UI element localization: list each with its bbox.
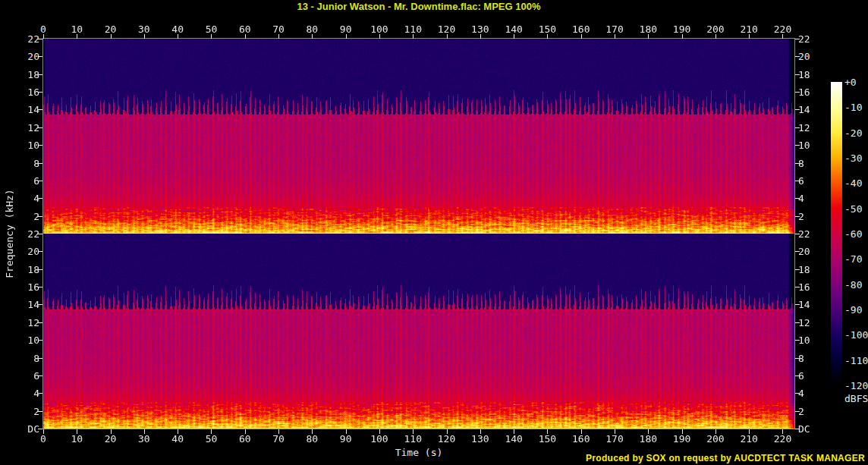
y-tick-mark-right [795,145,800,146]
colorbar-tick-label: -30 [844,153,862,163]
x-tick-mark-top [144,34,145,39]
x-axis-tick-label-bottom: 190 [673,434,690,444]
y-tick-mark-left [38,216,42,217]
y-axis-tick-label-left: 16 [17,282,39,292]
x-tick-mark-top [413,34,414,39]
sox-spectrogram-window: 13 - Junior Watson - Mr. Downtime.flac: … [0,0,868,465]
x-axis-tick-label-bottom: 110 [404,434,421,444]
y-tick-mark-right [795,287,800,287]
y-tick-mark-left [38,429,42,429]
y-tick-mark-left [38,198,42,199]
colorbar-gradient [831,82,842,385]
y-axis-tick-label-right: 14 [798,300,810,309]
x-axis-tick-label-top: 120 [438,24,455,34]
x-axis-tick-label-bottom: 170 [605,434,623,444]
y-tick-mark-right [795,340,800,341]
x-axis-tick-label-bottom: 220 [774,434,791,444]
y-tick-mark-right [795,322,800,323]
y-tick-mark-left [38,340,42,341]
y-tick-mark-left [38,92,42,93]
y-tick-mark-right [795,269,800,270]
y-tick-mark-left [38,269,42,270]
y-tick-mark-right [795,127,800,128]
colorbar-tick-label: -120 [844,381,868,391]
x-axis-tick-label-bottom: 60 [239,434,251,444]
y-tick-mark-right [795,109,800,110]
x-axis-tick-label-top: 90 [340,24,352,34]
colorbar-tick-label: -60 [844,229,862,239]
x-axis-tick-label-bottom: 180 [640,434,657,444]
x-tick-mark-top [111,34,112,39]
y-axis-title: Frequency (kHz) [4,189,15,278]
x-axis-tick-label-bottom: 30 [138,434,150,444]
y-axis-tick-label-left: 10 [17,140,39,150]
x-axis-tick-label-top: 50 [206,24,218,34]
colorbar-tick-label: -100 [844,330,868,340]
colorbar-tick-label: -70 [844,254,862,264]
y-axis-tick-label-right: 18 [798,264,810,274]
y-tick-mark-left [38,287,42,287]
colorbar-tick-label: -50 [844,203,862,213]
y-tick-mark-right [795,181,800,181]
x-axis-tick-label-top: 180 [640,24,657,34]
x-axis-tick-label-top: 170 [605,24,623,34]
x-tick-mark-top [547,34,548,39]
y-axis-tick-label-left: 6 [17,175,39,185]
y-tick-mark-right [795,198,800,199]
colorbar-tick-label: -20 [844,127,862,137]
x-axis-tick-label-bottom: 120 [438,434,455,444]
x-axis-tick-label-bottom: 160 [572,434,590,444]
y-tick-mark-left [38,163,42,164]
x-axis-tick-label-top: 210 [740,24,757,34]
y-axis-tick-label-left: 2 [17,406,39,416]
y-tick-mark-left [38,181,42,181]
y-axis-tick-label-left: 6 [17,370,39,380]
y-tick-mark-left [38,56,42,57]
y-axis-tick-label-left: 22 [17,229,39,239]
y-axis-tick-label-right: 12 [798,317,810,327]
x-axis-tick-label-bottom: 200 [706,434,724,444]
y-tick-mark-right [795,358,800,359]
x-axis-tick-label-top: 150 [539,24,556,34]
x-tick-mark-top [379,34,380,39]
x-axis-tick-label-top: 20 [105,24,117,34]
y-axis-tick-label-left: 14 [17,300,39,309]
y-tick-mark-left [38,127,42,128]
x-tick-mark-top [480,34,481,39]
y-tick-mark-left [38,145,42,146]
page-title: 13 - Junior Watson - Mr. Downtime.flac: … [297,1,541,12]
y-axis-dc-label-left: DC [17,424,39,434]
colorbar-unit-label: dBFS [844,393,868,404]
x-axis-tick-label-bottom: 50 [206,434,218,444]
x-axis-tick-label-bottom: 130 [471,434,489,444]
x-tick-mark-top [749,34,750,39]
x-axis-tick-label-top: 140 [505,24,522,34]
spectrogram-canvas [43,39,794,429]
x-tick-mark-top [782,34,783,39]
x-tick-mark-top [447,34,448,39]
y-axis-tick-label-right: 10 [798,335,810,345]
colorbar-tick-label: -40 [844,178,862,188]
x-tick-mark-top [278,34,279,39]
y-tick-mark-left [38,322,42,323]
y-axis-tick-label-left: 16 [17,87,39,97]
x-tick-mark-top [648,34,649,39]
x-axis-tick-label-bottom: 90 [340,434,352,444]
y-tick-mark-right [795,163,800,164]
x-axis-tick-label-top: 160 [572,24,590,34]
y-tick-mark-right [795,429,800,429]
y-tick-mark-right [795,234,800,234]
y-tick-mark-right [795,411,800,412]
y-tick-mark-right [795,74,800,75]
y-tick-mark-left [38,39,42,39]
y-tick-mark-left [38,411,42,412]
y-axis-tick-label-left: 18 [17,69,39,79]
x-axis-tick-label-bottom: 150 [539,434,556,444]
y-axis-tick-label-right: 20 [798,52,810,61]
x-axis-tick-label-top: 190 [673,24,690,34]
y-tick-mark-left [38,393,42,394]
y-tick-mark-right [795,216,800,217]
x-tick-mark-top [211,34,212,39]
x-axis-tick-label-bottom: 140 [505,434,522,444]
y-tick-mark-left [38,234,42,234]
